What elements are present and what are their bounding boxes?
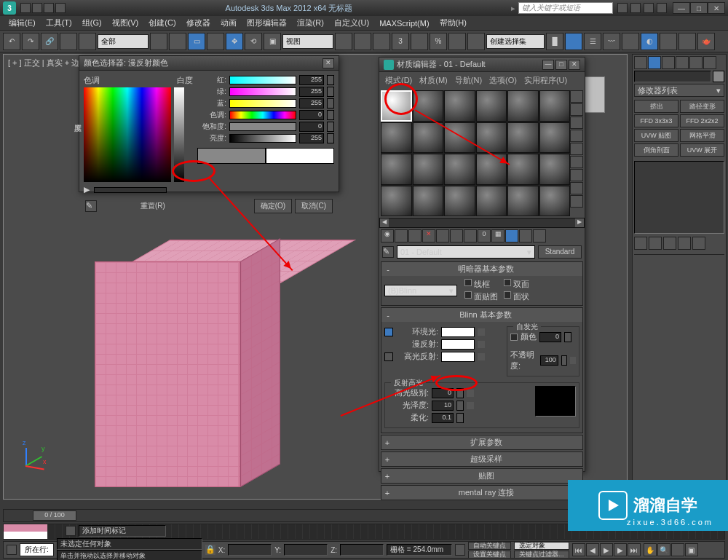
material-slot[interactable]: [444, 122, 475, 154]
rollout-maps[interactable]: +贴图: [381, 468, 583, 484]
get-material-icon[interactable]: ◉: [381, 229, 394, 242]
me-menu-options[interactable]: 选项(O): [486, 74, 520, 87]
render-icon[interactable]: 🫖: [697, 33, 715, 50]
menu-maxscript[interactable]: MAXScript(M): [375, 17, 433, 29]
select-icon[interactable]: [570, 169, 583, 181]
backlight-icon[interactable]: [570, 103, 583, 116]
reset-button[interactable]: 重置(R): [141, 201, 165, 211]
map-icon[interactable]: [467, 402, 474, 409]
next-frame-icon[interactable]: ▶: [614, 543, 627, 556]
mod-btn[interactable]: UVW 贴图: [634, 129, 678, 142]
layers-icon[interactable]: ☰: [584, 33, 601, 50]
material-slot[interactable]: [381, 90, 412, 122]
goto-end-icon[interactable]: ⏭: [628, 543, 641, 556]
spinner-icon[interactable]: [564, 332, 571, 342]
sample-type-icon[interactable]: [570, 90, 583, 103]
material-slot[interactable]: [413, 186, 444, 217]
mod-btn[interactable]: FFD 3x3x3: [634, 114, 678, 127]
autokey-button[interactable]: 自动关键点: [468, 542, 511, 550]
me-menu-mode[interactable]: 模式(D): [382, 74, 415, 87]
menu-tools[interactable]: 工具(T): [41, 16, 76, 30]
menu-edit[interactable]: 编辑(E): [4, 16, 40, 30]
close-icon[interactable]: ✕: [569, 60, 580, 70]
setkey-button[interactable]: 设置关键点: [468, 551, 511, 559]
r-value[interactable]: 255: [299, 75, 324, 85]
spinner-icon[interactable]: [456, 401, 464, 411]
modifier-list-dropdown[interactable]: 修改器列表▾: [634, 84, 724, 97]
minimize-icon[interactable]: —: [542, 60, 554, 70]
modifier-stack[interactable]: [634, 161, 724, 234]
layer-button[interactable]: 所在行:: [20, 543, 54, 556]
assign-icon[interactable]: [408, 229, 422, 242]
star-icon[interactable]: [644, 3, 654, 13]
make-copy-icon[interactable]: [436, 229, 449, 242]
script-icon[interactable]: [7, 545, 17, 555]
uvtile-icon[interactable]: [570, 130, 583, 142]
faceted-checkbox[interactable]: [504, 291, 511, 299]
y-coord[interactable]: [284, 544, 328, 556]
material-slot[interactable]: [476, 90, 507, 122]
spinner-icon[interactable]: [327, 122, 334, 132]
pivot-icon[interactable]: [335, 33, 352, 50]
spinner-icon[interactable]: [327, 75, 334, 85]
z-coord[interactable]: [340, 544, 384, 556]
close-button[interactable]: ✕: [708, 2, 725, 14]
tag-icon[interactable]: [66, 526, 76, 536]
scale-icon[interactable]: ▣: [264, 33, 281, 50]
spinner-icon[interactable]: [456, 413, 464, 423]
sel-manip-icon[interactable]: [354, 33, 371, 50]
maximize-button[interactable]: □: [690, 2, 708, 14]
create-tab-icon[interactable]: [634, 56, 647, 69]
menu-help[interactable]: 帮助(H): [435, 16, 471, 30]
go-sibling-icon[interactable]: [533, 229, 546, 242]
selset-dd[interactable]: 选定对象: [514, 542, 569, 550]
close-icon[interactable]: ✕: [323, 58, 334, 68]
map-icon[interactable]: [478, 353, 485, 360]
material-slot[interactable]: [444, 154, 475, 185]
specular-swatch[interactable]: [441, 352, 475, 362]
video-icon[interactable]: [570, 143, 583, 155]
triangle-icon[interactable]: ▶: [84, 185, 90, 194]
mod-btn[interactable]: 挤出: [634, 100, 678, 113]
s-value[interactable]: 0: [299, 122, 324, 132]
mod-btn[interactable]: FFD 2x2x2: [680, 114, 724, 127]
me-menu-util[interactable]: 实用程序(U): [521, 74, 570, 87]
select-icon[interactable]: [150, 33, 167, 50]
material-slot[interactable]: [539, 90, 571, 122]
rollout-title[interactable]: Blinn 基本参数: [392, 309, 579, 320]
facemap-checkbox[interactable]: [464, 291, 472, 299]
caret-icon[interactable]: ▸: [511, 4, 515, 13]
redo-icon[interactable]: ↷: [22, 33, 39, 50]
b-slider[interactable]: [229, 99, 296, 108]
rollout-mentalray[interactable]: +mental ray 连接: [381, 485, 583, 500]
put-scene-icon[interactable]: [395, 229, 408, 242]
time-slider[interactable]: 0 / 100: [33, 510, 76, 521]
snap-icon[interactable]: 3: [392, 33, 409, 50]
lock-icon[interactable]: [384, 352, 393, 361]
object-name-field[interactable]: [634, 71, 711, 82]
app-logo[interactable]: 3: [3, 1, 16, 15]
pick-icon[interactable]: ✎: [382, 246, 394, 258]
menu-group[interactable]: 组(G): [78, 16, 106, 30]
menu-views[interactable]: 视图(V): [108, 16, 143, 30]
twoside-checkbox[interactable]: [504, 279, 511, 286]
material-slot[interactable]: [539, 122, 571, 154]
utilities-tab-icon[interactable]: [703, 56, 716, 69]
v-value[interactable]: 255: [299, 133, 324, 143]
display-tab-icon[interactable]: [689, 56, 703, 69]
material-slot[interactable]: [476, 186, 507, 217]
material-slot[interactable]: [413, 154, 444, 185]
material-slot[interactable]: [539, 154, 571, 185]
lock-icon[interactable]: 🔒: [205, 545, 215, 555]
menu-modifiers[interactable]: 修改器: [182, 16, 215, 30]
timetag-field[interactable]: 添加时间标记: [79, 525, 166, 537]
r-slider[interactable]: [229, 76, 296, 84]
object-color-swatch[interactable]: [713, 71, 724, 82]
preview-icon[interactable]: [570, 195, 583, 208]
cancel-button[interactable]: 取消(C): [295, 199, 333, 213]
mod-btn[interactable]: 倒角剖面: [634, 143, 678, 157]
material-slot[interactable]: [444, 186, 475, 217]
play-icon[interactable]: ▶: [600, 543, 613, 556]
selfilter-dropdown[interactable]: 全部: [98, 34, 149, 49]
menu-create[interactable]: 创建(C): [144, 16, 180, 30]
